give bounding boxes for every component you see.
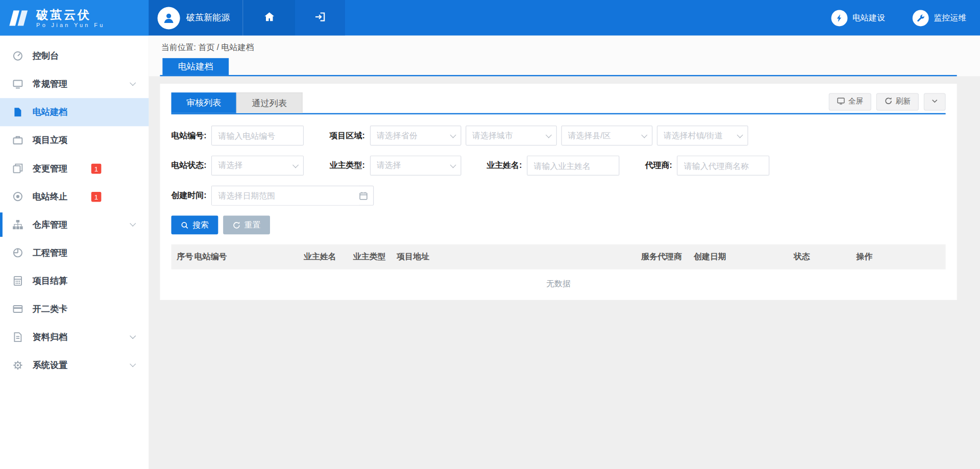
notification-badge: 1 [91, 191, 102, 202]
logout-button[interactable] [295, 0, 345, 36]
sidebar-item-console[interactable]: 控制台 [0, 42, 149, 70]
sidebar-item-general-mgmt[interactable]: 常规管理 [0, 70, 149, 98]
agent-label: 代理商: [645, 160, 672, 171]
chevron-down-icon [130, 361, 136, 367]
reset-button[interactable]: 重置 [223, 215, 270, 234]
collapse-filters-button[interactable] [924, 93, 946, 110]
chevron-down-icon [130, 333, 136, 339]
header-nav: 电站建设 监控运维 [831, 0, 966, 36]
app-root: 破茧云伏 Po Jian Yun Fu 破茧新能源 [0, 0, 980, 469]
brand-name: 破茧云伏 [36, 8, 105, 21]
dashboard-icon [12, 51, 24, 61]
search-button[interactable]: 搜索 [172, 215, 218, 234]
sidebar-item-data-archive[interactable]: 资料归档 [0, 323, 149, 351]
sidebar-item-change-mgmt[interactable]: 变更管理 1 [0, 154, 149, 182]
owner-type-select[interactable]: 请选择 [370, 156, 461, 176]
filter-row: 电站编号: 项目区域: 请选择省份 请选择城市 [172, 126, 946, 145]
breadcrumb-home-link[interactable]: 首页 [198, 42, 214, 52]
fullscreen-label: 全屏 [848, 96, 863, 107]
owner-type-select-value: 请选择 [377, 160, 450, 171]
station-code-input[interactable] [211, 126, 304, 145]
exit-icon [314, 11, 326, 24]
sidebar-item-label: 常规管理 [33, 79, 68, 90]
content-panel: 审核列表 通过列表 全屏 [160, 84, 957, 300]
main-content: 当前位置: 首页 / 电站建档 电站建档 审核列表 通过列表 [149, 36, 980, 469]
page-tab-bar: 电站建档 [160, 58, 957, 77]
sidebar-item-label: 开二类卡 [33, 303, 68, 314]
city-select[interactable]: 请选择城市 [465, 126, 557, 145]
sidebar-item-label: 变更管理 [33, 163, 68, 174]
gear-icon [12, 360, 24, 371]
tab-review-list[interactable]: 审核列表 [172, 92, 236, 113]
sidebar-item-project-initiation[interactable]: 项目立项 [0, 126, 149, 154]
filter-row: 创建时间: [172, 186, 946, 206]
sidebar-item-open-card[interactable]: 开二类卡 [0, 295, 149, 323]
table-header-cell: 项目地址 [397, 251, 642, 262]
county-select[interactable]: 请选择县/区 [561, 126, 652, 145]
city-select-value: 请选择城市 [472, 130, 545, 141]
copy-icon [12, 163, 24, 174]
nav-monitoring-ops[interactable]: 监控运维 [913, 10, 966, 26]
county-select-value: 请选择县/区 [568, 130, 641, 141]
sidebar-item-warehouse-mgmt[interactable]: 仓库管理 [0, 211, 149, 239]
chevron-down-icon [130, 80, 136, 86]
province-select-value: 请选择省份 [377, 130, 450, 141]
empty-state-text: 无数据 [546, 278, 571, 289]
town-select[interactable]: 请选择村镇/街道 [657, 126, 748, 145]
table-header-cell: 状态 [794, 251, 856, 262]
nav-label: 电站建设 [852, 12, 885, 23]
date-range-picker[interactable] [211, 186, 374, 206]
filter-agent: 代理商: [645, 156, 770, 176]
filter-project-region: 项目区域: 请选择省份 请选择城市 请选择县/区 [330, 126, 748, 145]
table-header-cell: 操作 [856, 251, 946, 262]
search-icon [181, 221, 189, 229]
document-icon [12, 332, 24, 342]
refresh-label: 刷新 [896, 96, 911, 107]
filter-create-time: 创建时间: [172, 186, 374, 206]
station-status-select[interactable]: 请选择 [211, 156, 304, 176]
refresh-button[interactable]: 刷新 [876, 93, 919, 110]
chevron-down-icon [130, 220, 136, 227]
sidebar-item-engineering-mgmt[interactable]: 工程管理 [0, 239, 149, 267]
sidebar-item-label: 控制台 [33, 51, 59, 62]
region-label: 项目区域: [330, 130, 365, 141]
home-button[interactable] [242, 0, 295, 36]
sitemap-icon [12, 219, 24, 230]
table-header-cell: 创建日期 [694, 251, 794, 262]
filter-owner-type: 业主类型: 请选择 [330, 156, 461, 176]
filter-actions: 搜索 重置 [172, 215, 946, 234]
tab-passed-list[interactable]: 通过列表 [236, 92, 303, 113]
calendar-icon [359, 191, 368, 200]
nav-station-construction[interactable]: 电站建设 [831, 10, 885, 26]
user-menu[interactable]: 破茧新能源 [149, 0, 242, 36]
chevron-down-icon [450, 162, 456, 168]
owner-type-label: 业主类型: [330, 160, 365, 171]
chevron-down-icon [641, 132, 647, 138]
station-code-label: 电站编号: [172, 130, 207, 141]
province-select[interactable]: 请选择省份 [370, 126, 461, 145]
sidebar-item-system-settings[interactable]: 系统设置 [0, 351, 149, 379]
date-range-input[interactable] [212, 186, 359, 205]
table-empty-state: 无数据 [172, 269, 946, 298]
agent-input[interactable] [677, 156, 770, 176]
reset-button-label: 重置 [244, 219, 261, 231]
top-header: 破茧云伏 Po Jian Yun Fu 破茧新能源 [0, 0, 980, 36]
home-icon [263, 11, 275, 24]
fullscreen-icon [837, 96, 845, 107]
owner-name-input[interactable] [527, 156, 619, 176]
app-logo: 破茧云伏 Po Jian Yun Fu [0, 0, 149, 36]
fullscreen-button[interactable]: 全屏 [829, 93, 871, 110]
station-status-select-value: 请选择 [218, 160, 293, 171]
station-status-label: 电站状态: [172, 160, 207, 171]
page-tab-station-filing[interactable]: 电站建档 [162, 58, 229, 75]
header-spacer [345, 0, 831, 36]
sidebar-item-label: 仓库管理 [33, 219, 68, 230]
sidebar-item-label: 系统设置 [33, 360, 68, 371]
sidebar-item-station-termination[interactable]: 电站终止 1 [0, 183, 149, 211]
table-header-cell: 业主姓名 [304, 251, 353, 262]
sidebar-item-project-settlement[interactable]: 项目结算 [0, 267, 149, 295]
sidebar-item-station-filing[interactable]: 电站建档 [0, 98, 149, 126]
breadcrumb-current: 电站建档 [222, 42, 254, 52]
pie-chart-icon [12, 248, 24, 258]
table-header: 序号 电站编号 业主姓名 业主类型 项目地址 服务代理商 创建日期 状态 操作 [172, 244, 946, 269]
